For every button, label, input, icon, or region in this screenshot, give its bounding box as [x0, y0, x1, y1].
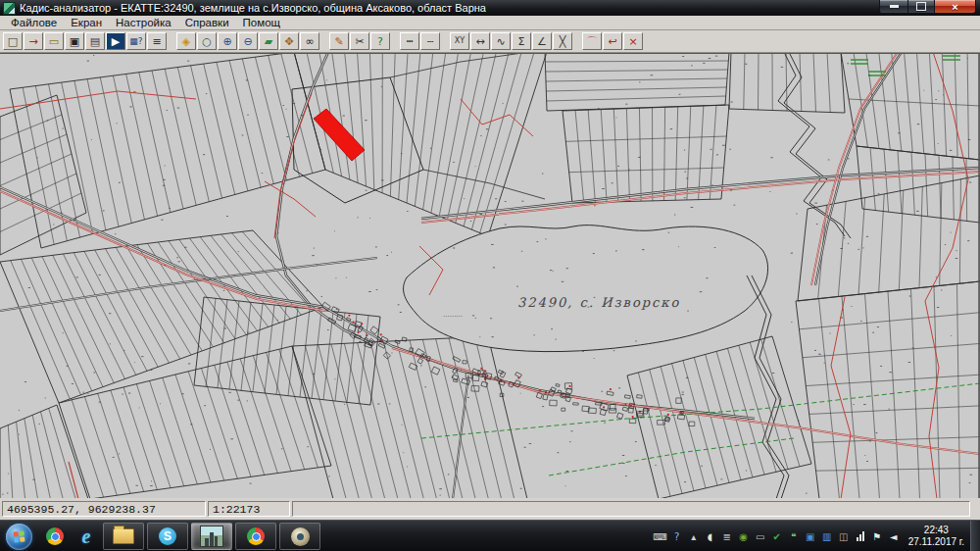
- menu-item-menu-reports[interactable]: Справки: [178, 17, 236, 28]
- keyboard-icon[interactable]: ⌨: [654, 529, 667, 544]
- open-folder-button[interactable]: ▭: [44, 32, 64, 50]
- draw-edit-button[interactable]: ✎: [329, 32, 349, 50]
- status-message: [292, 501, 970, 517]
- dual-monitor-icon[interactable]: ▭: [754, 529, 767, 544]
- coordinates-xy-button[interactable]: XY: [450, 32, 469, 50]
- measure-distance-button[interactable]: ↔: [470, 32, 490, 50]
- status-bar: 4695395.27, 9629238.37 1:22173: [0, 498, 980, 520]
- cut-button[interactable]: ✂: [350, 32, 369, 50]
- pan-map-button[interactable]: ▰: [259, 32, 278, 50]
- menu-item-menu-files[interactable]: Файлове: [4, 17, 64, 28]
- nvidia-icon[interactable]: ◉: [737, 529, 751, 544]
- table-query-button[interactable]: ▦?: [126, 32, 146, 50]
- toolbar: □→▭▣▤▶▦?≡◈○⊕⊖▰✥∞✎✂?┅┄XY↔∿Σ∠╳⌒↩×: [0, 30, 980, 53]
- document-report-button[interactable]: ▤: [85, 32, 105, 50]
- map-scale: 1:22173: [208, 501, 290, 517]
- import-button[interactable]: →: [24, 32, 43, 50]
- measure-slope-button[interactable]: ∠: [532, 32, 552, 50]
- minimize-button[interactable]: [879, 0, 908, 14]
- messenger-icon[interactable]: ❝: [787, 529, 801, 544]
- print-button[interactable]: ≡: [147, 32, 167, 50]
- windows-logo-icon: [13, 530, 24, 542]
- internet-explorer-icon[interactable]: e: [72, 523, 101, 550]
- hidden-icons-chevron[interactable]: ▴: [687, 529, 701, 544]
- network-signal-icon[interactable]: [854, 529, 867, 544]
- settlement-label: 32490, с. Изворско: [517, 295, 680, 310]
- close-button[interactable]: ×: [934, 0, 976, 14]
- app-icon: [3, 2, 16, 15]
- server-list-icon[interactable]: ≣: [720, 529, 734, 544]
- context-help-button[interactable]: ?: [370, 32, 390, 50]
- save-button[interactable]: ▣: [65, 32, 84, 50]
- maximize-button[interactable]: [908, 0, 934, 14]
- explorer-window-button[interactable]: [103, 523, 144, 550]
- pan-hand-button[interactable]: ✥: [279, 32, 299, 50]
- clock-time: 22:43: [908, 525, 964, 537]
- help-icon[interactable]: ?: [670, 529, 684, 544]
- map-viewport[interactable]: 32490, с. Изворско·········: [0, 53, 980, 498]
- task-scheduler-icon[interactable]: ◫: [837, 529, 851, 544]
- new-document-button[interactable]: □: [3, 32, 23, 50]
- clock-date: 27.11.2017 г.: [908, 536, 964, 549]
- zoom-extents-button[interactable]: ◈: [176, 32, 196, 50]
- cursor-coordinates: 4695395.27, 9629238.37: [2, 501, 206, 517]
- zoom-in-button[interactable]: ⊕: [218, 32, 237, 50]
- chrome-icon[interactable]: [40, 523, 70, 550]
- line-style-dashed-button[interactable]: ┄: [420, 32, 440, 50]
- language-flag-icon[interactable]: ⚑: [870, 529, 884, 544]
- geodesy-arc-button[interactable]: ⌒: [582, 32, 602, 50]
- tv-app-icon[interactable]: ▣: [804, 529, 817, 544]
- taskbar: eS ⌨?▴◖≣◉▭✔❝▣▥◫⚑◄ 22:43 27.11.2017 г.: [0, 520, 980, 551]
- window-title: Кадис-анализатор - ЕКАТТЕ:32490, землище…: [20, 2, 486, 14]
- start-button[interactable]: [6, 524, 32, 550]
- show-desktop-button[interactable]: [970, 521, 980, 551]
- desktop-screen: Кадис-анализатор - ЕКАТТЕ:32490, землище…: [0, 0, 980, 551]
- menu-bar: ФайловеЕкранНастройкаСправкиПомощ: [0, 16, 980, 30]
- media-player-window-button[interactable]: [279, 523, 320, 550]
- menu-item-menu-help[interactable]: Помощ: [236, 17, 287, 28]
- measure-polyline-button[interactable]: ∿: [491, 32, 511, 50]
- volume-icon[interactable]: ◄: [887, 529, 901, 544]
- skype-window-button[interactable]: S: [147, 523, 188, 550]
- map-select-button[interactable]: ▶: [106, 32, 125, 50]
- geodesy-curve-button[interactable]: ↩: [603, 32, 622, 50]
- antivirus-check-icon[interactable]: ✔: [770, 529, 784, 544]
- taskbar-clock[interactable]: 22:43 27.11.2017 г.: [908, 525, 964, 549]
- cadastral-map[interactable]: 32490, с. Изворско·········: [0, 54, 980, 499]
- measure-area-button[interactable]: Σ: [512, 32, 531, 50]
- title-bar: Кадис-анализатор - ЕКАТТЕ:32490, землище…: [0, 0, 980, 16]
- kadis-window-button[interactable]: [191, 523, 232, 550]
- disk-monitor-icon[interactable]: ▥: [820, 529, 834, 544]
- line-style-solid-button[interactable]: ┅: [400, 32, 419, 50]
- settlement-label-dots: ·········: [443, 313, 463, 321]
- menu-item-menu-screen[interactable]: Екран: [64, 17, 109, 28]
- onenote-icon[interactable]: ◖: [704, 529, 717, 544]
- zoom-window-button[interactable]: ○: [197, 32, 217, 50]
- overview-binoculars-button[interactable]: ∞: [300, 32, 319, 50]
- measure-cross-button[interactable]: ╳: [553, 32, 572, 50]
- zoom-out-button[interactable]: ⊖: [238, 32, 258, 50]
- menu-item-menu-settings[interactable]: Настройка: [109, 17, 178, 28]
- chrome-window-button[interactable]: [235, 523, 276, 550]
- geodesy-intersect-button[interactable]: ×: [623, 32, 643, 50]
